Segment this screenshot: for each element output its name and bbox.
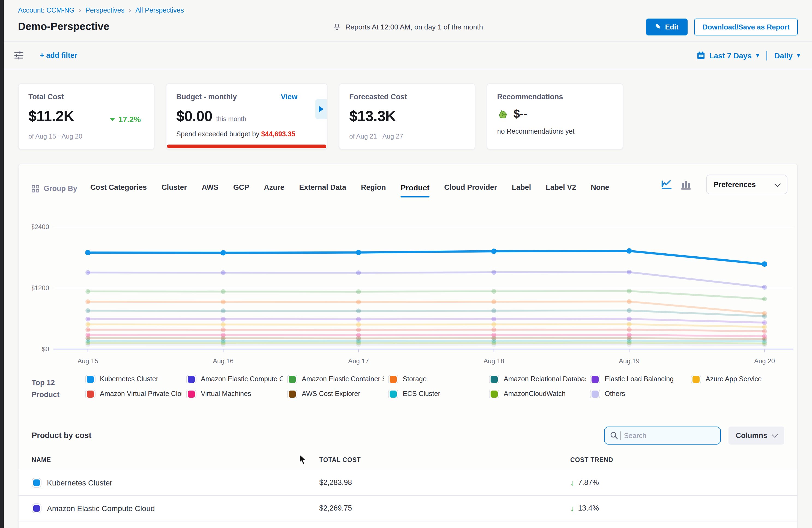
series-point[interactable] — [221, 270, 226, 275]
series-point[interactable] — [85, 333, 90, 338]
series-point[interactable] — [85, 308, 90, 313]
tab-label-v2[interactable]: Label V2 — [546, 183, 576, 197]
tab-product[interactable]: Product — [401, 183, 430, 197]
breadcrumb-all-perspectives[interactable]: All Perspectives — [135, 6, 184, 14]
series-point[interactable] — [221, 299, 226, 304]
series-point[interactable] — [491, 248, 497, 254]
legend-item-azure-app-service[interactable]: Azure App Service — [691, 375, 787, 383]
series-point[interactable] — [491, 289, 496, 294]
series-point[interactable] — [85, 289, 90, 294]
series-line-amazon-elastic-container-service-for-kubernetes[interactable] — [88, 291, 765, 299]
tab-cluster[interactable]: Cluster — [161, 183, 187, 197]
breadcrumb-perspectives[interactable]: Perspectives — [85, 6, 125, 14]
legend-item-amazon-elastic-compute-clo[interactable]: Amazon Elastic Compute Clo... — [186, 375, 283, 383]
column-header-cost-trend[interactable]: COST TREND — [570, 456, 784, 463]
filter-panel-toggle[interactable] — [4, 42, 33, 69]
series-point[interactable] — [356, 322, 361, 327]
series-point[interactable] — [627, 333, 632, 337]
series-point[interactable] — [627, 289, 632, 293]
cost-line-chart[interactable]: $0$1200$2400Aug 15Aug 16Aug 17Aug 18Aug … — [18, 197, 797, 372]
legend-item-elastic-load-balancing[interactable]: Elastic Load Balancing — [590, 375, 686, 383]
search-input[interactable] — [623, 431, 707, 440]
edit-button[interactable]: ✎ Edit — [646, 18, 687, 35]
series-point[interactable] — [627, 327, 632, 332]
column-header-name[interactable]: NAME — [32, 456, 319, 463]
series-point[interactable] — [356, 250, 361, 255]
legend-item-amazon-virtual-private-cloud[interactable]: Amazon Virtual Private Cloud — [85, 390, 182, 398]
budget-expand-button[interactable] — [315, 99, 327, 119]
series-point[interactable] — [491, 333, 496, 338]
legend-item-amazoncloudwatch[interactable]: AmazonCloudWatch — [489, 390, 585, 398]
table-row-kubernetes-cluster[interactable]: Kubernetes Cluster$2,283.98↓7.87% — [18, 470, 797, 496]
legend-item-virtual-machines[interactable]: Virtual Machines — [186, 390, 283, 398]
series-line-amazon-virtual-private-cloud[interactable] — [88, 330, 765, 331]
budget-view-link[interactable]: View — [281, 93, 298, 101]
series-point[interactable] — [491, 270, 496, 275]
tab-label[interactable]: Label — [512, 183, 531, 197]
series-point[interactable] — [491, 308, 496, 313]
series-point[interactable] — [356, 333, 361, 338]
series-point[interactable] — [626, 248, 632, 254]
legend-item-storage[interactable]: Storage — [388, 375, 484, 383]
series-line-kubernetes-cluster[interactable] — [88, 251, 765, 264]
series-point[interactable] — [85, 322, 90, 327]
series-point[interactable] — [356, 317, 361, 322]
series-point[interactable] — [221, 327, 226, 332]
series-point[interactable] — [762, 325, 767, 329]
series-point[interactable] — [85, 327, 90, 332]
series-point[interactable] — [491, 299, 496, 304]
legend-item-amazon-elastic-container-se[interactable]: Amazon Elastic Container Se... — [287, 375, 383, 383]
table-row-amazon-elastic-compute-cloud[interactable]: Amazon Elastic Compute Cloud$2,269.75↓13… — [18, 496, 797, 521]
series-point[interactable] — [221, 333, 226, 338]
series-line-virtual-machines[interactable] — [88, 335, 765, 336]
series-point[interactable] — [491, 317, 496, 322]
series-point[interactable] — [627, 270, 632, 275]
series-line-amazon-relational-database-service[interactable] — [88, 311, 765, 317]
series-point[interactable] — [491, 327, 496, 332]
series-point[interactable] — [762, 261, 767, 267]
tab-none[interactable]: None — [591, 183, 609, 197]
series-line-azure-app-service[interactable] — [88, 324, 765, 327]
line-chart-icon[interactable] — [661, 179, 672, 190]
legend-item-aws-cost-explorer[interactable]: AWS Cost Explorer — [287, 390, 383, 398]
series-point[interactable] — [356, 300, 361, 305]
column-header-total-cost[interactable]: TOTAL COST — [319, 456, 570, 463]
series-point[interactable] — [221, 289, 226, 294]
tab-region[interactable]: Region — [361, 183, 386, 197]
series-point[interactable] — [221, 322, 226, 327]
series-point[interactable] — [85, 250, 91, 255]
series-point[interactable] — [221, 308, 226, 313]
tab-aws[interactable]: AWS — [202, 183, 219, 197]
series-line-elastic-load-balancing[interactable] — [88, 319, 765, 323]
add-filter-button[interactable]: + add filter — [40, 51, 77, 59]
series-point[interactable] — [762, 285, 767, 290]
tab-cloud-provider[interactable]: Cloud Provider — [444, 183, 497, 197]
series-point[interactable] — [220, 250, 226, 255]
series-point[interactable] — [627, 317, 632, 322]
legend-item-kubernetes-cluster[interactable]: Kubernetes Cluster — [85, 375, 182, 383]
series-point[interactable] — [491, 322, 496, 327]
granularity-select[interactable]: Daily ▾ — [774, 51, 800, 60]
series-line-aws-cost-explorer[interactable] — [88, 338, 765, 339]
date-range-picker[interactable]: Last 7 Days ▾ — [697, 51, 759, 60]
legend-item-others[interactable]: Others — [590, 390, 686, 398]
tab-external-data[interactable]: External Data — [299, 183, 346, 197]
series-point[interactable] — [356, 308, 361, 313]
table-row-amazon-elastic-container-service-for-kubernetes[interactable]: Amazon Elastic Container Service for Kub… — [18, 521, 797, 528]
series-point[interactable] — [762, 296, 767, 302]
tab-gcp[interactable]: GCP — [233, 183, 249, 197]
tab-cost-categories[interactable]: Cost Categories — [90, 183, 147, 197]
series-point[interactable] — [356, 289, 361, 294]
series-point[interactable] — [356, 327, 361, 333]
download-save-report-button[interactable]: Download/Save as Report — [694, 18, 798, 35]
series-point[interactable] — [762, 320, 767, 325]
series-point[interactable] — [762, 311, 767, 316]
bar-chart-icon[interactable] — [680, 179, 691, 190]
columns-dropdown[interactable]: Columns — [728, 426, 784, 444]
legend-item-amazon-relational-database[interactable]: Amazon Relational Database ... — [489, 375, 585, 383]
series-point[interactable] — [627, 322, 632, 327]
collapsed-nav-edge[interactable] — [0, 0, 4, 528]
breadcrumb-account[interactable]: Account: CCM-NG — [18, 6, 74, 14]
series-point[interactable] — [85, 299, 90, 304]
series-point[interactable] — [85, 317, 90, 322]
